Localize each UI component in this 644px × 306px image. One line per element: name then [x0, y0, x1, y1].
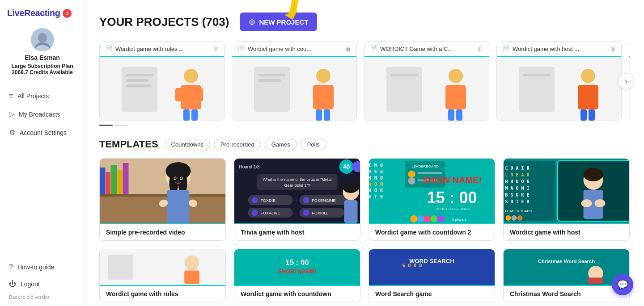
template-thumbnail: Christmas Word Search — [504, 249, 629, 285]
template-title: Wordict game with countdown — [234, 285, 360, 302]
svg-point-57 — [181, 177, 182, 180]
project-card[interactable]: 📄 Wordict game with cou... 🗑 — [232, 41, 357, 121]
svg-point-103 — [424, 215, 431, 222]
sidebar: LiveReacting 2 Elsa Esman Large Subscrip… — [0, 0, 85, 306]
project-thumbnail — [497, 56, 621, 121]
svg-point-105 — [437, 215, 445, 222]
svg-point-102 — [417, 215, 424, 222]
svg-rect-32 — [448, 109, 454, 121]
svg-rect-83 — [344, 200, 358, 223]
svg-point-23 — [316, 69, 330, 83]
sidebar-item-how-to-guide[interactable]: ? How-to guide — [0, 259, 85, 276]
svg-point-82 — [343, 181, 359, 193]
svg-point-13 — [184, 69, 198, 83]
file-icon: 📄 — [105, 45, 113, 52]
svg-text:Christmas Word Search: Christmas Word Search — [538, 259, 595, 264]
svg-point-101 — [411, 215, 418, 222]
svg-point-124 — [595, 199, 606, 207]
delete-icon[interactable]: 🗑 — [345, 45, 351, 52]
svg-rect-17 — [183, 109, 190, 121]
template-card-wordict-countdown[interactable]: 15 : 00 SHOW NAME! Wordict game with cou… — [234, 249, 360, 302]
delete-icon[interactable]: 🗑 — [212, 45, 219, 52]
svg-rect-127 — [108, 255, 133, 280]
template-thumbnail — [100, 249, 225, 285]
sidebar-item-all-projects[interactable]: ≡ All Projects — [0, 87, 85, 105]
svg-rect-46 — [106, 172, 110, 194]
template-card-trivia-host[interactable]: Round 1/3 40 What is the name of the vir… — [234, 158, 360, 241]
svg-rect-94 — [418, 172, 442, 174]
template-card-word-search[interactable]: WORD SEARCH W O R D Word Search game — [369, 249, 495, 302]
svg-rect-29 — [391, 74, 418, 76]
template-title: Simple pre-recorded video — [100, 223, 225, 240]
svg-text:15 : 00: 15 : 00 — [427, 189, 477, 207]
project-card[interactable]: 📄 Wordict game with host ... 🗑 — [496, 41, 622, 121]
svg-rect-18 — [191, 109, 198, 121]
svg-text:LEADERBOARD: LEADERBOARD — [411, 164, 439, 168]
help-icon: ? — [9, 263, 13, 271]
svg-rect-47 — [111, 165, 117, 194]
delete-icon[interactable]: 🗑 — [610, 45, 616, 52]
template-thumbnail — [100, 159, 225, 223]
user-profile: Elsa Esman Large Subscription Plan 2068.… — [0, 24, 85, 84]
template-card-wordict-rules[interactable]: Wordict game with rules — [99, 249, 226, 302]
template-card-simple-prerecorded[interactable]: Simple pre-recorded video — [99, 158, 226, 241]
svg-point-95 — [408, 177, 415, 184]
svg-text:D E A: D E A — [369, 169, 383, 175]
filter-tag-prerecorded[interactable]: Pre-recorded — [214, 139, 261, 150]
svg-text:L D E A R: L D E A R — [505, 172, 530, 177]
svg-rect-11 — [126, 79, 148, 82]
project-card[interactable]: 📄 WORDICT Game with a C... 🗑 — [364, 41, 489, 121]
svg-point-118 — [517, 215, 523, 221]
file-icon: 📄 — [237, 45, 245, 52]
sidebar-item-account-settings[interactable]: ⚙ Account Settings — [0, 123, 85, 142]
svg-text:FOXDIE: FOXDIE — [261, 198, 276, 203]
projects-carousel: 📄 Wordict game with rules ... 🗑 — [99, 41, 630, 121]
back-to-old-version[interactable]: Back to old version — [0, 293, 85, 303]
arrow-container: ⊕ NEW PROJECT — [240, 13, 317, 31]
svg-point-123 — [581, 199, 592, 207]
sidebar-item-my-broadcasts[interactable]: ▷ My Broadcasts — [0, 105, 85, 123]
template-card-wordict-host[interactable]: C D A I R L D E A R N H N O G W A O N I … — [503, 158, 630, 241]
avatar-image — [31, 28, 54, 51]
svg-rect-136 — [504, 251, 629, 284]
svg-rect-33 — [456, 109, 462, 121]
svg-rect-12 — [126, 84, 151, 87]
delete-icon[interactable]: 🗑 — [477, 45, 483, 52]
project-thumbnail — [364, 56, 489, 121]
template-title: Word Search game — [369, 285, 495, 302]
template-card-wordict-countdown2[interactable]: I N G D E A H N O W O N B O K S T E LEAD… — [369, 158, 495, 241]
chevron-right-icon: › — [625, 77, 627, 85]
project-thumbnail — [100, 56, 224, 121]
footer-item-label: Logout — [21, 281, 40, 288]
filter-tag-countdowns[interactable]: Countdowns — [165, 139, 210, 150]
new-project-button[interactable]: ⊕ NEW PROJECT — [240, 13, 317, 31]
svg-text:What is the name of the virus : What is the name of the virus in "Metal — [263, 177, 332, 182]
svg-text:MINUTES: MINUTES — [436, 207, 453, 211]
filter-tag-games[interactable]: Games — [265, 139, 297, 150]
main-content: YOUR PROJECTS (703) ⊕ NEW PROJECT — [85, 0, 644, 306]
svg-text:S D T E A: S D T E A — [505, 199, 530, 204]
filter-tag-polls[interactable]: Polls — [301, 139, 326, 150]
project-name: Wordict game with cou... — [248, 46, 311, 52]
svg-rect-139 — [588, 277, 603, 284]
svg-rect-38 — [578, 85, 598, 109]
templates-title: TEMPLATES — [99, 138, 158, 150]
file-icon: 📄 — [502, 45, 510, 52]
filter-tags: Countdowns Pre-recorded Games Polls — [165, 139, 326, 150]
user-credits: 2068.7 Credits Available — [12, 69, 73, 75]
svg-rect-49 — [123, 163, 129, 194]
carousel-next-button[interactable]: › — [618, 73, 634, 89]
project-name: Wordict game with host ... — [513, 46, 579, 52]
template-title: Trivia game with host — [234, 223, 360, 240]
project-card[interactable]: 📄 Wordict game with rules ... 🗑 — [99, 41, 225, 121]
svg-rect-15 — [175, 88, 184, 101]
sidebar-item-logout[interactable]: ⏻ Logout — [0, 276, 85, 293]
template-card-christmas-word[interactable]: Christmas Word Search Christmas Word Sea… — [503, 249, 630, 302]
svg-point-51 — [166, 162, 191, 180]
chat-bubble-button[interactable]: 💬 — [612, 274, 633, 295]
user-name: Elsa Esman — [25, 54, 60, 61]
template-thumbnail: 15 : 00 SHOW NAME! — [234, 249, 360, 285]
svg-rect-58 — [167, 190, 190, 223]
svg-rect-36 — [523, 74, 550, 76]
svg-text:SHOW NAME!: SHOW NAME! — [278, 268, 317, 275]
